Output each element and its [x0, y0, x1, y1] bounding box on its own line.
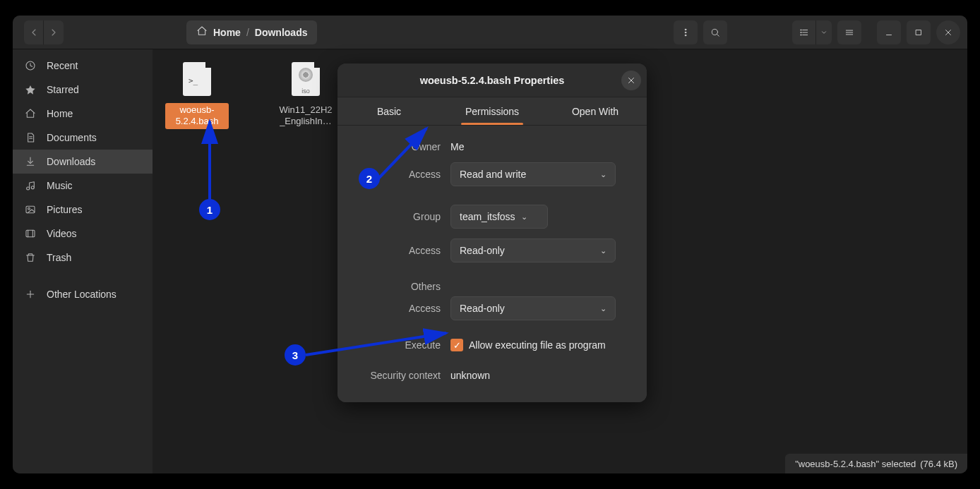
- kebab-icon: [681, 28, 691, 37]
- breadcrumb[interactable]: Home / Downloads: [186, 20, 317, 44]
- nav-button-group: [24, 20, 64, 44]
- trash-icon: [24, 252, 37, 263]
- tab-open-with[interactable]: Open With: [544, 97, 647, 125]
- owner-label: Owner: [357, 141, 441, 152]
- status-text: "woeusb-5.2.4.bash" selected: [795, 459, 916, 469]
- hamburger-icon: [844, 28, 854, 37]
- back-button[interactable]: [24, 20, 44, 44]
- chevron-down-icon: ⌄: [600, 246, 606, 255]
- home-icon: [196, 25, 208, 39]
- svg-point-3: [712, 29, 717, 35]
- search-button[interactable]: [703, 20, 727, 44]
- sidebar-item-music[interactable]: Music: [13, 174, 153, 198]
- list-view-button[interactable]: [792, 20, 816, 44]
- chevron-down-icon: ⌄: [521, 212, 527, 222]
- svg-point-23: [27, 187, 30, 190]
- group-access-select[interactable]: Read-only ⌄: [450, 239, 616, 262]
- sidebar-item-home[interactable]: Home: [13, 102, 153, 126]
- owner-access-select[interactable]: Read and write ⌄: [450, 162, 616, 186]
- svg-point-24: [31, 186, 34, 189]
- sidebar-item-label: Videos: [47, 228, 77, 239]
- sidebar-item-label: Other Locations: [47, 289, 116, 300]
- view-dropdown-button[interactable]: [816, 20, 832, 44]
- minimize-button[interactable]: [877, 20, 901, 44]
- file-label: Win11_22H2_EnglishIn…: [274, 103, 337, 129]
- execute-label: Execute: [357, 339, 441, 351]
- execute-checkbox-label: Allow executing file as program: [469, 339, 606, 351]
- chevron-down-icon: ⌄: [600, 170, 606, 179]
- dialog-body: Owner Me Access Read and write ⌄ Group t…: [337, 126, 647, 402]
- others-label: Others: [357, 281, 441, 292]
- sidebar-item-videos[interactable]: Videos: [13, 222, 153, 246]
- script-file-icon: >_: [177, 58, 217, 100]
- others-access-label: Access: [357, 303, 441, 314]
- security-context-label: Security context: [357, 370, 441, 381]
- svg-rect-15: [916, 30, 921, 35]
- sidebar-item-label: Recent: [47, 60, 78, 71]
- annotation-badge-2: 2: [359, 168, 380, 189]
- list-icon: [799, 28, 809, 37]
- breadcrumb-current[interactable]: Downloads: [255, 27, 308, 38]
- file-item-win11[interactable]: iso Win11_22H2_EnglishIn…: [274, 58, 337, 129]
- close-icon: [943, 28, 953, 37]
- sidebar-item-label: Starred: [47, 84, 79, 95]
- sidebar-item-downloads[interactable]: Downloads: [13, 150, 153, 174]
- svg-line-4: [717, 34, 719, 36]
- iso-file-icon: iso: [286, 58, 325, 100]
- sidebar-item-recent[interactable]: Recent: [13, 54, 153, 78]
- forward-button[interactable]: [44, 20, 64, 44]
- status-size: (76.4 kB): [920, 459, 957, 469]
- document-icon: [24, 132, 37, 143]
- owner-value: Me: [450, 141, 464, 152]
- file-item-woeusb[interactable]: >_ woeusb-5.2.4.bash: [165, 58, 229, 129]
- svg-point-9: [800, 32, 801, 32]
- others-access-select[interactable]: Read-only ⌄: [450, 296, 616, 320]
- maximize-button[interactable]: [907, 20, 931, 44]
- hamburger-menu-button[interactable]: [837, 20, 861, 44]
- star-icon: [24, 84, 37, 95]
- sidebar-item-trash[interactable]: Trash: [13, 246, 153, 270]
- view-switcher: [792, 20, 832, 44]
- more-options-button[interactable]: [674, 20, 698, 44]
- plus-icon: [24, 289, 37, 300]
- dialog-tabs: Basic Permissions Open With: [337, 97, 647, 126]
- chevron-down-icon: [820, 29, 827, 36]
- dialog-header: woeusb-5.2.4.bash Properties: [337, 64, 647, 97]
- sidebar-item-documents[interactable]: Documents: [13, 126, 153, 150]
- sidebar-item-label: Downloads: [47, 156, 95, 167]
- tab-basic[interactable]: Basic: [337, 97, 441, 125]
- clock-icon: [24, 60, 37, 71]
- svg-rect-27: [26, 230, 35, 236]
- svg-point-1: [685, 32, 686, 33]
- search-icon: [710, 28, 720, 37]
- download-icon: [24, 156, 37, 167]
- dialog-title: woeusb-5.2.4.bash Properties: [420, 75, 565, 86]
- pictures-icon: [24, 204, 37, 215]
- chevron-down-icon: ⌄: [600, 304, 606, 313]
- music-icon: [24, 180, 37, 191]
- execute-checkbox[interactable]: ✓: [450, 339, 463, 351]
- home-icon: [24, 108, 37, 119]
- group-access-label: Access: [357, 245, 441, 256]
- sidebar-item-starred[interactable]: Starred: [13, 78, 153, 102]
- chevron-right-icon: [48, 27, 59, 38]
- close-window-button[interactable]: [936, 20, 960, 44]
- video-icon: [24, 228, 37, 239]
- group-select[interactable]: team_itsfoss ⌄: [450, 205, 548, 229]
- svg-point-10: [800, 34, 801, 35]
- svg-point-0: [685, 29, 686, 30]
- annotation-badge-3: 3: [285, 344, 306, 366]
- status-bar: "woeusb-5.2.4.bash" selected (76.4 kB): [785, 454, 967, 473]
- close-icon: [626, 76, 636, 85]
- dialog-close-button[interactable]: [621, 71, 641, 90]
- group-label: Group: [357, 211, 441, 222]
- properties-dialog: woeusb-5.2.4.bash Properties Basic Permi…: [337, 64, 647, 402]
- minimize-icon: [884, 28, 894, 37]
- sidebar-item-other-locations[interactable]: Other Locations: [13, 282, 153, 306]
- security-context-value: unknown: [450, 370, 490, 381]
- sidebar-item-pictures[interactable]: Pictures: [13, 198, 153, 222]
- tab-permissions[interactable]: Permissions: [441, 97, 544, 125]
- breadcrumb-home[interactable]: Home: [213, 27, 241, 38]
- sidebar-item-label: Pictures: [47, 204, 83, 215]
- svg-point-8: [800, 29, 801, 30]
